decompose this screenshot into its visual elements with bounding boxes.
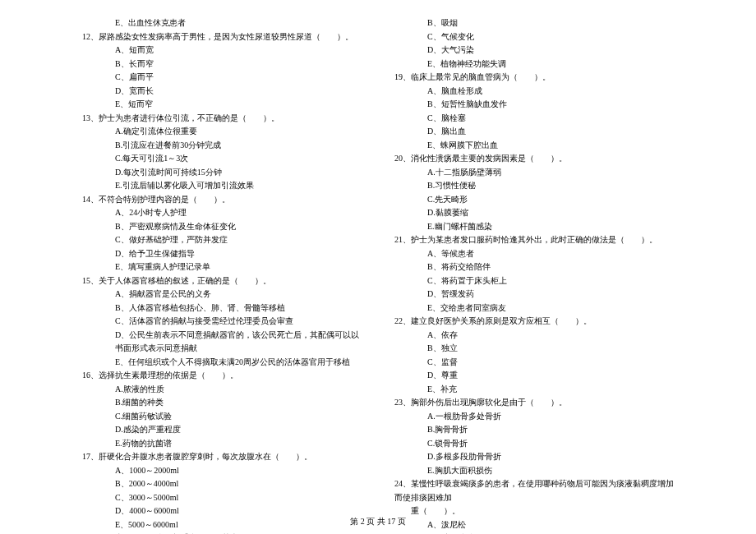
q15-option-d: D、公民生前表示不同意捐献器官的，该公民死亡后，其配偶可以以书面形式表示同意捐献 bbox=[82, 329, 362, 356]
q23-option-c: C.锁骨骨折 bbox=[394, 437, 674, 451]
q16-option-d: D.感染的严重程度 bbox=[82, 423, 362, 437]
q13-option-c: C.每天可引流1～3次 bbox=[82, 152, 362, 166]
q19-option-b: B、短暂性脑缺血发作 bbox=[394, 98, 674, 112]
q19-option-d: D、脑出血 bbox=[394, 125, 674, 139]
q20-option-a: A.十二指肠肠壁薄弱 bbox=[394, 166, 674, 180]
q20-option-b: B.习惯性便秘 bbox=[394, 179, 674, 193]
q12-option-a: A、短而宽 bbox=[82, 44, 362, 58]
q16-option-e: E.药物的抗菌谱 bbox=[82, 437, 362, 451]
q22-option-d: D、尊重 bbox=[394, 369, 674, 383]
q15-option-c: C、活体器官的捐献与接受需经过伦理委员会审查 bbox=[82, 315, 362, 329]
q21-option-a: A、等候患者 bbox=[394, 247, 674, 261]
page-footer: 第 2 页 共 17 页 bbox=[0, 516, 756, 527]
q20-option-d: D.黏膜萎缩 bbox=[394, 206, 674, 220]
q13-option-d: D.每次引流时间可持续15分钟 bbox=[82, 166, 362, 180]
q21-option-b: B、将药交给陪伴 bbox=[394, 260, 674, 274]
q23: 23、胸部外伤后出现胸廓软化是由于（ ）。 bbox=[394, 396, 674, 410]
q21-option-e: E、交给患者同室病友 bbox=[394, 302, 674, 315]
q12: 12、尿路感染女性发病率高于男性，是因为女性尿道较男性尿道（ ）。 bbox=[82, 30, 362, 44]
q20-option-c: C.先天畸形 bbox=[394, 193, 674, 207]
q12-option-e: E、短而窄 bbox=[82, 98, 362, 112]
left-column: E、出血性休克患者 12、尿路感染女性发病率高于男性，是因为女性尿道较男性尿道（… bbox=[82, 16, 378, 534]
q13-option-a: A.确定引流体位很重要 bbox=[82, 125, 362, 139]
q14-option-e: E、填写重病人护理记录单 bbox=[82, 260, 362, 274]
q17-option-b: B、2000～4000ml bbox=[82, 477, 362, 491]
q17-option-a: A、1000～2000ml bbox=[82, 464, 362, 478]
q19-option-c: C、脑栓塞 bbox=[394, 112, 674, 126]
q18-option-e: E、植物神经功能失调 bbox=[394, 58, 674, 71]
right-column: B、吸烟 C、气候变化 D、大气污染 E、植物神经功能失调 19、临床上最常见的… bbox=[378, 16, 674, 534]
q16: 16、选择抗生素最理想的依据是（ ）。 bbox=[82, 369, 362, 383]
q18-option-c: C、气候变化 bbox=[394, 30, 674, 44]
q14-option-a: A、24小时专人护理 bbox=[82, 206, 362, 220]
q13-option-b: B.引流应在进餐前30分钟完成 bbox=[82, 139, 362, 153]
q23-option-d: D.多根多段肋骨骨折 bbox=[394, 450, 674, 464]
q14-option-b: B、严密观察病情及生命体征变化 bbox=[82, 220, 362, 234]
q12-option-c: C、扁而平 bbox=[82, 71, 362, 85]
q18-option-b: B、吸烟 bbox=[394, 16, 674, 30]
q12-option-d: D、宽而长 bbox=[82, 85, 362, 99]
q23-option-b: B.胸骨骨折 bbox=[394, 423, 674, 437]
q22-option-a: A、依存 bbox=[394, 329, 674, 343]
q22-option-c: C、监督 bbox=[394, 356, 674, 370]
q22: 22、建立良好医护关系的原则是双方应相互（ ）。 bbox=[394, 315, 674, 329]
q14: 14、不符合特别护理内容的是（ ）。 bbox=[82, 193, 362, 207]
q13-option-e: E.引流后辅以雾化吸入可增加引流效果 bbox=[82, 179, 362, 193]
q15: 15、关于人体器官移植的叙述，正确的是（ ）。 bbox=[82, 274, 362, 288]
q11-option-e: E、出血性休克患者 bbox=[82, 16, 362, 30]
q22-option-e: E、补充 bbox=[394, 383, 674, 397]
q15-option-e: E、任何组织或个人不得摘取未满20周岁公民的活体器官用于移植 bbox=[82, 356, 362, 370]
q19-option-e: E、蛛网膜下腔出血 bbox=[394, 139, 674, 153]
q13: 13、护士为患者进行体位引流，不正确的是（ ）。 bbox=[82, 112, 362, 126]
q12-option-b: B、长而窄 bbox=[82, 58, 362, 71]
q16-option-b: B.细菌的种类 bbox=[82, 396, 362, 410]
q17: 17、肝硬化合并腹水患者腹腔穿刺时，每次放腹水在（ ）。 bbox=[82, 450, 362, 464]
q20: 20、消化性溃疡最主要的发病因素是（ ）。 bbox=[394, 152, 674, 166]
q15-option-a: A、捐献器官是公民的义务 bbox=[82, 288, 362, 302]
q24: 24、某慢性呼吸衰竭痰多的患者，在使用哪种药物后可能因为痰液黏稠度增加而使排痰困… bbox=[394, 477, 674, 504]
q19: 19、临床上最常见的脑血管病为（ ）。 bbox=[394, 71, 674, 85]
q21-option-d: D、暂缓发药 bbox=[394, 288, 674, 302]
q22-option-b: B、独立 bbox=[394, 342, 674, 356]
q23-option-e: E.胸肌大面积损伤 bbox=[394, 464, 674, 478]
q20-option-e: E.幽门螺杆菌感染 bbox=[394, 220, 674, 234]
q17-option-c: C、3000～5000ml bbox=[82, 491, 362, 505]
q23-option-a: A.一根肋骨多处骨折 bbox=[394, 410, 674, 424]
q19-option-a: A、脑血栓形成 bbox=[394, 85, 674, 99]
q15-option-b: B、人体器官移植包括心、肺、肾、骨髓等移植 bbox=[82, 302, 362, 315]
exam-content: E、出血性休克患者 12、尿路感染女性发病率高于男性，是因为女性尿道较男性尿道（… bbox=[0, 16, 756, 534]
q18-option-d: D、大气污染 bbox=[394, 44, 674, 58]
q14-option-c: C、做好基础护理，严防并发症 bbox=[82, 233, 362, 247]
q14-option-d: D、给予卫生保健指导 bbox=[82, 247, 362, 261]
q21-option-c: C、将药置于床头柜上 bbox=[394, 274, 674, 288]
q16-option-a: A.脓液的性质 bbox=[82, 383, 362, 397]
q16-option-c: C.细菌药敏试验 bbox=[82, 410, 362, 424]
q21: 21、护士为某患者发口服药时恰逢其外出，此时正确的做法是（ ）。 bbox=[394, 233, 674, 247]
